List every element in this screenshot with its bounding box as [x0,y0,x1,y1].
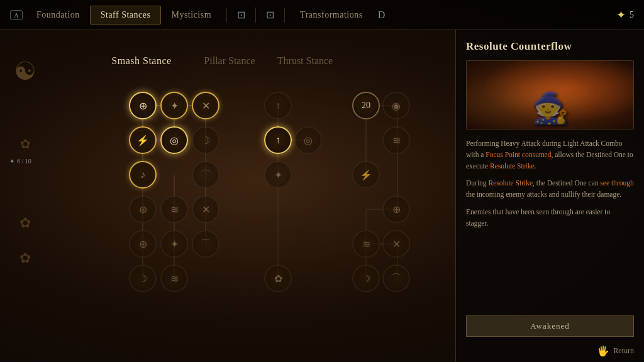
tab-mysticism[interactable]: Mysticism [161,6,221,24]
tab-transformations[interactable]: Transformations [290,6,373,24]
node-thrust-8[interactable]: ☽ [352,265,380,292]
detail-image: 🧙 [466,60,634,129]
node-smash-12[interactable]: ⊕ [129,230,157,258]
detail-desc-1: Performing Heavy Attack during Light Att… [466,138,634,172]
pillar-stance-title: Pillar Stance [204,55,255,66]
node-smash-14[interactable]: ⌒ [192,230,219,258]
thrust-stance-header: Thrust Stance [267,55,343,67]
detail-description: Performing Heavy Attack during Light Att… [466,138,634,229]
highlight-resolute-strike-1: Resolute Strike [490,162,535,170]
node-pillar-2[interactable]: ↑ [264,126,292,154]
figure-silhouette: 🧙 [531,90,569,126]
node-smash-4[interactable]: ⚡ [129,126,157,154]
node-thrust-5[interactable]: ⊕ [382,195,410,223]
stance-headers: Smash Stance Pillar Stance Thrust Stance [38,55,449,67]
smash-stance-title: Smash Stance [111,55,171,66]
points-icon: ✦ [616,8,626,22]
progress-text: 6 / 10 [17,158,31,165]
detail-desc-2: During Resolute Strike, the Destined One… [466,178,634,200]
node-smash-15[interactable]: ☽ [129,265,157,292]
points-display: ✦ 5 [616,8,634,22]
tab-foundation[interactable]: Foundation [26,6,90,24]
detail-panel: Resolute Counterflow 🧙 Performing Heavy … [455,30,644,362]
nav-divider-1 [226,8,227,23]
nav-icon-right: ⊡ [261,9,279,21]
btn-a-label: A [10,10,23,20]
nav-divider-2 [255,8,256,23]
progress-indicator: ✦ 6 / 10 [9,158,41,165]
node-pillar-5[interactable]: ◎ [294,126,322,154]
highlight-focus-point: Focus Point consumed [486,151,551,158]
node-thrust-6[interactable]: ≋ [352,230,380,258]
node-thrust-1[interactable]: 20 [352,92,380,119]
return-icon: 🖐 [597,345,609,357]
node-smash-7[interactable]: ♪ [129,161,157,189]
deco-lotus-1: ✿ [9,136,41,151]
top-navigation: A Foundation Staff Stances Mysticism ⊡ ⊡… [0,0,644,30]
smash-stance-header: Smash Stance [91,55,192,67]
node-smash-1[interactable]: ⊕ [129,92,157,119]
nav-icon-left: ⊡ [232,9,250,21]
pillar-stance-header: Pillar Stance [192,55,267,67]
node-smash-8[interactable]: ⌒ [192,161,219,189]
node-smash-3[interactable]: ✕ [192,92,219,119]
bottom-bar: 🖐 Return [455,339,644,362]
nav-icon-d: D [373,9,391,21]
nav-divider-3 [284,8,285,23]
return-label: Return [613,346,634,356]
node-smash-2[interactable]: ✦ [160,92,188,119]
node-thrust-3[interactable]: ≋ [382,126,410,154]
node-smash-9[interactable]: ⊛ [129,195,157,223]
main-symbol: ☯ [9,57,41,86]
node-smash-16[interactable]: ≋ [160,265,188,292]
node-thrust-7[interactable]: ✕ [382,230,410,258]
node-pillar-3[interactable]: ✦ [264,161,292,189]
left-decorative-area: ☯ ✿ ✦ 6 / 10 ✿ ✿ [9,38,41,272]
nodes-area: ⊕ ✦ ✕ ⚡ ◎ ☽ ♪ ⌒ ⊛ ≋ ✕ ⊕ ✦ ⌒ ☽ ≋ ↑ ↑ ✦ ◎ … [38,76,447,315]
awakened-button[interactable]: Awakened [466,315,634,337]
node-smash-11[interactable]: ✕ [192,195,219,223]
node-thrust-4[interactable]: ⚡ [352,161,380,189]
thrust-stance-title: Thrust Stance [277,55,333,66]
skill-tree-container: Smash Stance Pillar Stance Thrust Stance [38,55,449,332]
deco-lotus-2: ✿ [9,215,41,231]
node-smash-5[interactable]: ◎ [160,126,188,154]
screen: A Foundation Staff Stances Mysticism ⊡ ⊡… [0,0,644,362]
node-smash-6[interactable]: ☽ [192,126,219,154]
detail-desc-3: Enemies that have been seen through are … [466,207,634,229]
progress-icon: ✦ [9,158,14,165]
node-pillar-1[interactable]: ↑ [264,92,292,119]
node-pillar-4[interactable]: ✿ [264,265,292,292]
deco-lotus-3: ✿ [9,250,41,266]
detail-title: Resolute Counterflow [466,40,634,53]
node-thrust-2[interactable]: ◉ [382,92,410,119]
node-smash-13[interactable]: ✦ [160,230,188,258]
highlight-resolute-strike-2: Resolute Strike [488,179,533,187]
points-value: 5 [630,10,634,20]
node-thrust-9[interactable]: ⌒ [382,265,410,292]
node-smash-10[interactable]: ≋ [160,195,188,223]
highlight-see-through: see through [600,179,633,187]
tab-staff-stances[interactable]: Staff Stances [90,6,162,25]
